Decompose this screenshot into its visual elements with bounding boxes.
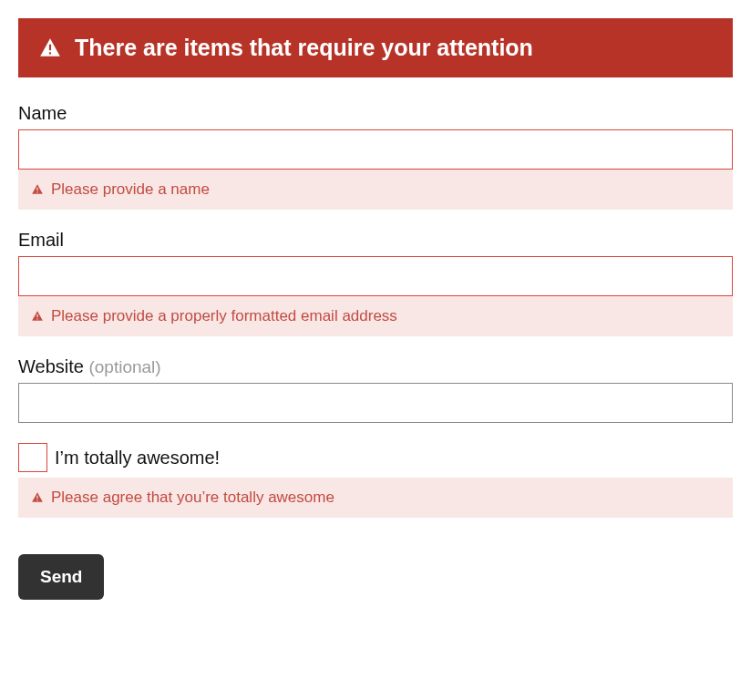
- website-label-row: Website (optional): [18, 356, 733, 377]
- name-label: Name: [18, 103, 733, 124]
- name-error-text: Please provide a name: [51, 180, 210, 199]
- website-input[interactable]: [18, 383, 733, 423]
- svg-rect-5: [36, 318, 37, 319]
- awesome-error: Please agree that you’re totally awesome: [18, 478, 733, 518]
- warning-icon: [31, 491, 44, 504]
- svg-rect-1: [49, 52, 51, 54]
- svg-rect-2: [36, 188, 37, 191]
- name-input[interactable]: [18, 129, 733, 170]
- email-input[interactable]: [18, 256, 733, 296]
- email-error-text: Please provide a properly formatted emai…: [51, 307, 397, 325]
- email-error: Please provide a properly formatted emai…: [18, 296, 733, 336]
- svg-rect-7: [36, 499, 37, 500]
- svg-rect-6: [36, 496, 37, 499]
- awesome-checkbox[interactable]: [18, 443, 47, 472]
- warning-icon: [31, 310, 44, 323]
- form-group-awesome: I’m totally awesome! Please agree that y…: [18, 443, 733, 518]
- svg-rect-3: [36, 191, 37, 192]
- send-button[interactable]: Send: [18, 554, 104, 600]
- svg-rect-4: [36, 314, 37, 318]
- form-group-name: Name Please provide a name: [18, 103, 733, 210]
- website-optional-hint: (optional): [88, 357, 160, 376]
- name-error: Please provide a name: [18, 170, 733, 210]
- awesome-checkbox-label: I’m totally awesome!: [55, 448, 220, 468]
- svg-rect-0: [49, 44, 51, 50]
- form-group-email: Email Please provide a properly formatte…: [18, 230, 733, 336]
- alert-banner-text: There are items that require your attent…: [75, 35, 533, 61]
- awesome-error-text: Please agree that you’re totally awesome: [51, 489, 334, 507]
- form-group-website: Website (optional): [18, 356, 733, 423]
- email-label: Email: [18, 230, 733, 251]
- awesome-checkbox-row: I’m totally awesome!: [18, 443, 733, 472]
- warning-icon: [38, 36, 62, 60]
- website-label: Website: [18, 356, 84, 376]
- warning-icon: [31, 183, 44, 196]
- alert-banner: There are items that require your attent…: [18, 18, 733, 77]
